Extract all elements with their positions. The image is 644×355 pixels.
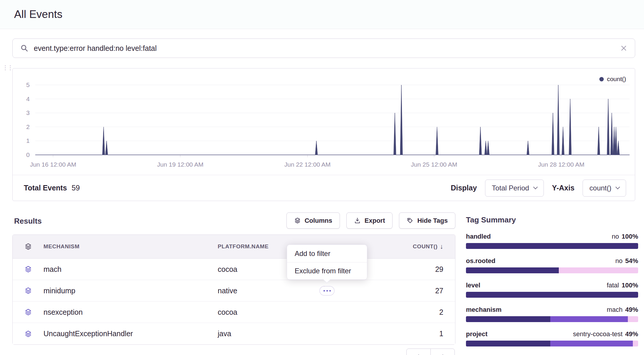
close-icon[interactable]: [620, 45, 627, 52]
tag-name: level: [466, 282, 480, 289]
hide-tags-button[interactable]: Hide Tags: [399, 212, 455, 229]
events-chart-panel: count() 012345Jun 16 12:00 AMJun 19 12:0…: [12, 68, 635, 201]
svg-text:0: 0: [26, 151, 30, 158]
table-row[interactable]: machcocoa29: [13, 259, 455, 280]
tag-item: os.rootedno54%: [466, 257, 638, 273]
tag-bar-segment: [466, 316, 550, 322]
tag-top-value: no54%: [615, 257, 638, 265]
platform-cell[interactable]: native: [218, 287, 390, 295]
columns-button-label: Columns: [305, 217, 332, 225]
yaxis-label: Y-Axis: [552, 184, 574, 192]
platform-cell[interactable]: java: [218, 329, 390, 338]
layers-icon: [13, 308, 43, 316]
platform-cell[interactable]: cocoa: [218, 308, 390, 317]
mechanism-cell[interactable]: UncaughtExceptionHandler: [43, 329, 218, 338]
column-header-mechanism[interactable]: MECHANISM: [43, 243, 218, 250]
display-select[interactable]: Total Period: [485, 180, 544, 197]
layers-icon: [13, 287, 43, 294]
tag-bar-segment: [550, 341, 633, 346]
pagination-next-button[interactable]: [430, 349, 455, 355]
cell-context-menu: Add to filter Exclude from filter: [287, 245, 367, 280]
columns-button[interactable]: Columns: [286, 212, 340, 229]
tag-bar-segment: [633, 341, 638, 346]
pagination-previous-button[interactable]: [406, 349, 431, 355]
download-icon: [354, 217, 361, 224]
row-actions-button[interactable]: [319, 286, 335, 296]
tag-summary-heading: Tag Summary: [466, 215, 638, 225]
tag-distribution-bar[interactable]: [466, 267, 638, 273]
tag-name: handled: [466, 233, 491, 240]
chevron-down-icon: [616, 185, 620, 189]
tag-bar-segment: [628, 316, 638, 322]
svg-text:5: 5: [26, 81, 30, 88]
mechanism-cell[interactable]: mach: [43, 265, 218, 274]
table-header-row: MECHANISM PLATFORM.NAME COUNT() ↓: [13, 235, 455, 259]
count-cell[interactable]: 2: [439, 308, 455, 317]
tag-name: project: [466, 330, 487, 338]
mechanism-cell[interactable]: minidump: [43, 287, 218, 295]
display-select-value: Total Period: [492, 184, 529, 192]
export-button[interactable]: Export: [346, 212, 393, 229]
svg-text:Jun 28 12:00 AM: Jun 28 12:00 AM: [538, 161, 585, 168]
count-cell[interactable]: 27: [435, 287, 455, 295]
svg-text:Jun 22 12:00 AM: Jun 22 12:00 AM: [284, 161, 331, 168]
tag-bar-segment: [466, 341, 550, 346]
page-header: All Events: [0, 0, 644, 29]
results-table: MECHANISM PLATFORM.NAME COUNT() ↓ machco…: [12, 235, 455, 345]
total-events-label: Total Events: [24, 184, 67, 192]
search-bar[interactable]: [12, 38, 635, 58]
layers-icon: [294, 217, 301, 224]
tag-top-value: fatal100%: [607, 282, 638, 289]
column-header-count[interactable]: COUNT() ↓: [413, 243, 455, 250]
display-label: Display: [451, 184, 477, 192]
tag-distribution-bar[interactable]: [466, 316, 638, 322]
tag-item: levelfatal100%: [466, 282, 638, 298]
count-cell[interactable]: 1: [439, 329, 455, 338]
total-events: Total Events 59: [24, 184, 80, 192]
table-row[interactable]: UncaughtExceptionHandlerjava1: [13, 323, 455, 344]
tag-distribution-bar[interactable]: [466, 341, 638, 346]
svg-text:Jun 25 12:00 AM: Jun 25 12:00 AM: [411, 161, 457, 168]
results-toolbar: Columns Export Hide Tags: [12, 212, 455, 229]
table-row[interactable]: minidumpnative27: [13, 280, 455, 302]
tag-bar-segment: [550, 316, 628, 322]
svg-text:2: 2: [26, 123, 30, 130]
results-table-body: machcocoa29minidumpnative27nsexceptionco…: [13, 259, 455, 344]
search-icon: [20, 44, 28, 52]
total-events-value: 59: [72, 184, 80, 192]
legend-dot-icon: [599, 77, 604, 81]
hide-tags-button-label: Hide Tags: [417, 217, 448, 225]
export-button-label: Export: [365, 217, 385, 225]
sort-desc-icon: ↓: [440, 243, 443, 250]
page-title: All Events: [14, 8, 63, 21]
drag-handle-icon: ⋮⋮: [2, 64, 12, 71]
layers-icon: [13, 265, 43, 273]
layers-icon: [13, 330, 43, 338]
tag-name: mechanism: [466, 306, 502, 314]
chart-legend: count(): [599, 76, 626, 83]
search-input[interactable]: [34, 44, 615, 53]
ellipsis-icon: [323, 290, 325, 292]
layers-icon: [13, 243, 43, 250]
tag-distribution-bar[interactable]: [466, 243, 638, 249]
tag-name: os.rooted: [466, 257, 495, 265]
svg-text:3: 3: [26, 109, 30, 116]
tag-item: mechanismmach49%: [466, 306, 638, 322]
events-chart[interactable]: 012345Jun 16 12:00 AMJun 19 12:00 AMJun …: [13, 68, 635, 175]
pagination: [406, 349, 455, 355]
menu-item-exclude-from-filter[interactable]: Exclude from filter: [287, 262, 367, 279]
svg-text:4: 4: [26, 96, 30, 102]
tag-summary: Tag Summary handledno100%os.rootedno54%l…: [466, 215, 638, 355]
chart-footer: Total Events 59 Display Total Period Y-A…: [13, 175, 635, 201]
tag-distribution-bar[interactable]: [466, 292, 638, 298]
tag-bar-segment: [466, 243, 638, 249]
tag-bar-segment: [559, 267, 638, 273]
menu-item-add-to-filter[interactable]: Add to filter: [287, 245, 367, 262]
table-row[interactable]: nsexceptioncocoa2: [13, 302, 455, 323]
yaxis-select[interactable]: count(): [583, 180, 626, 197]
count-cell[interactable]: 29: [435, 265, 455, 274]
tag-bar-segment: [466, 267, 559, 273]
svg-text:Jun 16 12:00 AM: Jun 16 12:00 AM: [30, 161, 76, 168]
mechanism-cell[interactable]: nsexception: [43, 308, 218, 317]
tag-list: handledno100%os.rootedno54%levelfatal100…: [466, 233, 638, 346]
